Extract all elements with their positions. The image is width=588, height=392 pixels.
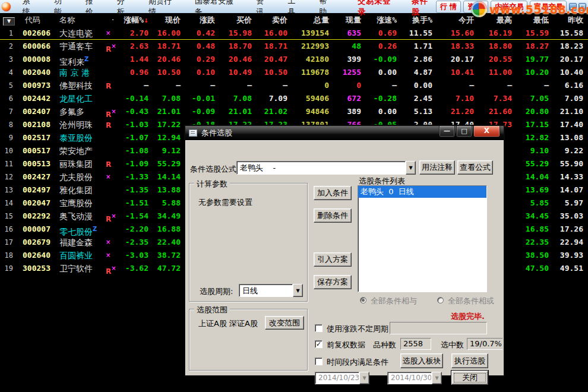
- table-row[interactable]: 3000008宝利来Z1.4420.460.2920.4620.47421803…: [0, 53, 588, 66]
- table-row[interactable]: 7002407多氟多R×-0.4321.01-0.0921.0121.02948…: [0, 105, 588, 118]
- menu-item-7[interactable]: 工具: [279, 0, 311, 17]
- dialog-title-bar[interactable]: 条件选股 — □ X: [185, 126, 504, 140]
- header-col-14[interactable]: 昨收: [551, 13, 586, 27]
- menu-item-5[interactable]: 国泰君安服务: [186, 0, 248, 17]
- menu-item-4[interactable]: 期货行情: [140, 0, 186, 17]
- value-cell: 18.27: [514, 40, 551, 53]
- value-cell: 21.60: [476, 105, 514, 118]
- stock-name: 百圆裤业: [51, 249, 106, 262]
- range-group-label: 选股范围: [194, 305, 230, 315]
- value-cell: -0.43: [120, 105, 151, 118]
- news-button[interactable]: 资 讯: [463, 1, 488, 13]
- chevron-down-icon[interactable]: ▼: [406, 161, 416, 175]
- app-window: 系统功能报价分析期货行情国泰君安服务资讯工具帮助 交易未登录 条件股 行 情 资…: [0, 0, 588, 392]
- table-row[interactable]: 5000973佛塑科技R—————00—0.00———6.16: [0, 79, 588, 92]
- value-cell: 49.51: [551, 262, 586, 275]
- embedded-trade-button[interactable]: 内嵌交易: [491, 1, 527, 13]
- stock-name: 宇通客车: [51, 40, 106, 53]
- r-flag-icon: R: [106, 267, 111, 275]
- value-cell: 20.80: [514, 105, 551, 118]
- checkbox-forward-adjust[interactable]: ✓: [315, 340, 323, 348]
- table-row[interactable]: 4002040南 京 港0.9610.500.1010.4910.5011967…: [0, 66, 588, 79]
- menu-item-8[interactable]: 帮助: [311, 0, 342, 17]
- condition-stock-label[interactable]: 条件股: [412, 0, 436, 17]
- menu-item-2[interactable]: 报价: [77, 0, 109, 17]
- value-cell: 0.00: [363, 66, 399, 79]
- radio-all-and-label[interactable]: 全部条件相与: [371, 296, 417, 306]
- value-cell: 1.71: [399, 40, 435, 53]
- value-cell: 15.60: [435, 27, 476, 39]
- value-cell: 10.49: [217, 66, 254, 79]
- delete-condition-button[interactable]: 删除条件: [314, 208, 352, 223]
- radio-all-or[interactable]: [437, 297, 444, 304]
- checkbox-variable-period-label[interactable]: 使用涨跌不定周期: [327, 324, 388, 334]
- dialog-close-icon[interactable]: X: [473, 126, 500, 137]
- checkbox-timespan[interactable]: [315, 358, 323, 365]
- checkbox-variable-period[interactable]: [315, 324, 323, 332]
- restore-icon[interactable]: [578, 3, 586, 11]
- radio-all-or-label[interactable]: 全部条件相或: [448, 296, 494, 306]
- marker-cell: R: [106, 118, 120, 131]
- close-button[interactable]: 关闭: [451, 371, 488, 385]
- value-cell: 672: [331, 92, 363, 105]
- header-col-12[interactable]: 最高: [476, 13, 514, 27]
- change-range-button[interactable]: 改变范围: [265, 316, 304, 330]
- header-col-11[interactable]: 今开: [435, 13, 476, 27]
- execute-pick-button[interactable]: 执行选股: [451, 353, 488, 368]
- stock-code: 002292: [18, 210, 51, 223]
- row-seq: 15: [0, 210, 18, 223]
- value-cell: -0.28: [363, 92, 399, 105]
- value-cell: —: [363, 79, 399, 92]
- value-cell: 21.10: [551, 105, 586, 118]
- period-label: 选股周期:: [200, 286, 233, 297]
- period-combobox[interactable]: 日线 ▼: [239, 284, 303, 297]
- table-row[interactable]: 6002442龙星化工-0.147.08-0.017.087.095940667…: [0, 92, 588, 105]
- checkbox-timespan-label[interactable]: 时间段内满足条件: [327, 357, 388, 368]
- formula-combobox[interactable]: 老鸭头 - ▼: [236, 161, 416, 175]
- menu-item-6[interactable]: 资讯: [248, 0, 279, 17]
- value-cell: 18.80: [476, 40, 514, 53]
- value-cell: 10.50: [151, 66, 183, 79]
- header-col-13[interactable]: 最低: [514, 13, 551, 27]
- menu-item-0[interactable]: 系统: [14, 0, 46, 17]
- value-cell: 18.33: [435, 40, 476, 53]
- quotes-button[interactable]: 行 情: [436, 1, 461, 13]
- pick-to-board-button[interactable]: 选股入板块: [400, 353, 443, 368]
- radio-all-and[interactable]: [360, 297, 366, 304]
- fuyi-trade-button[interactable]: 富易交易: [530, 1, 567, 13]
- import-plan-button[interactable]: 引入方案: [314, 252, 352, 267]
- trade-not-logged-label[interactable]: 交易未登录: [358, 0, 399, 17]
- value-cell: -3.62: [120, 262, 151, 275]
- value-cell: 0.96: [120, 66, 151, 79]
- table-row[interactable]: 1002606大连电瓷×2.7016.000.4215.9816.0013915…: [0, 27, 588, 40]
- table-row[interactable]: 2600066宇通客车R×2.6318.710.4818.7018.712129…: [0, 40, 588, 53]
- dialog-restore-button[interactable]: □: [456, 126, 472, 137]
- condition-list-item[interactable]: 老鸭头 0 日线: [358, 186, 486, 198]
- usage-note-button[interactable]: 用法注释: [419, 160, 455, 175]
- variable-period-field[interactable]: [390, 322, 487, 334]
- menu-item-1[interactable]: 功能: [46, 0, 77, 17]
- date-to-combobox[interactable]: 2014/10/30 ▼: [387, 372, 442, 384]
- value-cell: -1.51: [120, 197, 151, 210]
- x-flag-icon: ×: [111, 43, 116, 49]
- stock-code: 002640: [18, 249, 51, 262]
- save-plan-button[interactable]: 保存方案: [314, 275, 352, 289]
- add-condition-button[interactable]: 加入条件: [314, 186, 352, 200]
- value-cell: -1.54: [120, 210, 151, 223]
- filter-dropdown-icon[interactable]: ▼: [3, 17, 15, 26]
- dialog-minimize-button[interactable]: —: [439, 126, 455, 137]
- value-cell: 14.04: [514, 170, 551, 184]
- stock-code: 000973: [18, 79, 51, 92]
- minimize-icon[interactable]: [569, 3, 577, 11]
- chevron-down-icon[interactable]: ▼: [293, 284, 303, 297]
- date-from-combobox[interactable]: 2014/10/23 ▼: [315, 372, 369, 384]
- menu-item-3[interactable]: 分析: [109, 0, 140, 17]
- value-cell: 7.09: [254, 92, 290, 105]
- marker-cell: R×: [106, 105, 120, 118]
- value-cell: 139154: [290, 27, 331, 39]
- marker-cell: [106, 66, 120, 79]
- condition-listbox[interactable]: 老鸭头 0 日线: [358, 185, 487, 292]
- value-cell: 16.00: [151, 27, 183, 39]
- view-formula-button[interactable]: 查看公式: [457, 160, 493, 175]
- checkbox-forward-adjust-label[interactable]: 前复权数据: [327, 340, 365, 350]
